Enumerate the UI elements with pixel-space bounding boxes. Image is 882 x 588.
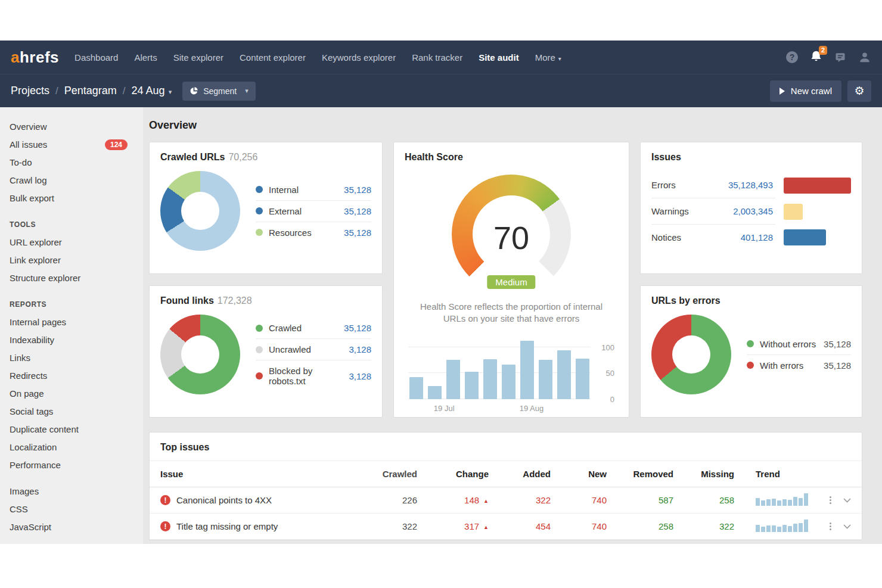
legend-dot [256,346,263,353]
page-title: Overview [149,119,862,132]
issues-row-notices: Notices 401,128 [651,225,851,250]
issues-row-warnings: Warnings 2,003,345 [651,198,851,225]
kebab-menu-icon[interactable] [828,521,833,531]
resources-count-link[interactable]: 35,128 [344,228,371,238]
sidebar-item-all-issues[interactable]: All issues124 [0,136,143,154]
crawled-count-link[interactable]: 35,128 [344,323,371,333]
column-header-missing[interactable]: Missing [673,469,734,479]
feedback-icon[interactable] [834,51,846,63]
sidebar-item-overview[interactable]: Overview [0,118,143,136]
y-tick-50: 50 [606,369,614,378]
chevron-down-icon: ▾ [169,88,172,95]
top-issues-header-row: Issue Crawled Change Added New Removed M… [150,461,862,487]
expand-chevron-icon[interactable] [843,498,851,503]
issues-list: Errors 35,128,493 Warnings 2,003,345 [651,172,851,250]
external-count-link[interactable]: 35,128 [344,206,371,216]
uncrawled-count-link[interactable]: 3,128 [349,344,371,354]
nav-item-rank-tracker[interactable]: Rank tracker [412,52,462,63]
warnings-bar [784,204,803,220]
column-header-added[interactable]: Added [489,469,551,479]
column-header-crawled[interactable]: Crawled [355,469,417,479]
user-account-icon[interactable] [858,51,871,64]
nav-item-site-explorer[interactable]: Site explorer [173,52,223,63]
legend-item-resources: Resources 35,128 [256,222,371,243]
urls-by-errors-title: URLs by errors [651,295,851,306]
ahrefs-site-audit-app: ahrefs Dashboard Alerts Site explorer Co… [0,41,882,544]
breadcrumb-projects[interactable]: Projects [11,85,49,97]
sidebar-item-link-explorer[interactable]: Link explorer [0,251,143,269]
sidebar-item-indexability[interactable]: Indexability [0,331,143,349]
column-header-issue[interactable]: Issue [160,469,355,479]
crawl-actions: New crawl ⚙ [770,80,871,102]
warnings-count-link[interactable]: 2,003,345 [700,206,775,216]
breadcrumb-separator: / [55,85,58,97]
sidebar-item-url-explorer[interactable]: URL explorer [0,234,143,251]
sidebar-item-css[interactable]: CSS [0,500,143,518]
logo-a: a [11,48,20,66]
column-header-new[interactable]: New [551,469,607,479]
nav-item-dashboard[interactable]: Dashboard [74,52,118,63]
nav-item-site-audit[interactable]: Site audit [479,52,519,63]
y-tick-0: 0 [610,394,614,403]
health-score-rating-badge: Medium [487,275,535,289]
primary-nav: Dashboard Alerts Site explorer Content e… [74,52,561,63]
internal-count-link[interactable]: 35,128 [344,185,371,195]
found-links-total: 172,328 [218,295,252,306]
play-icon [779,88,785,95]
change-cell: 148▲ [417,495,489,505]
health-score-title: Health Score [405,152,618,163]
without-errors-count: 35,128 [824,339,851,349]
segment-dropdown-button[interactable]: Segment ▾ [182,82,256,101]
health-score-value: 70 [493,219,529,256]
missing-cell: 258 [673,495,734,505]
top-issues-title: Top issues [150,433,862,461]
notices-count-link[interactable]: 401,128 [700,232,775,242]
help-icon[interactable]: ? [786,51,798,63]
kebab-menu-icon[interactable] [828,495,833,505]
ahrefs-logo[interactable]: ahrefs [11,48,59,67]
error-severity-icon: ! [160,521,170,531]
crawled-cell: 322 [355,521,417,531]
sidebar-item-performance[interactable]: Performance [0,456,143,474]
notifications-bell-icon[interactable]: 2 [810,50,822,65]
settings-button[interactable]: ⚙ [847,80,871,102]
errors-bar [784,178,851,194]
column-header-change[interactable]: Change [417,469,489,479]
blocked-count-link[interactable]: 3,128 [349,371,371,381]
nav-item-more[interactable]: More▾ [535,52,561,63]
column-header-removed[interactable]: Removed [607,469,673,479]
legend-item-blocked: Blocked by robots.txt 3,128 [256,360,371,391]
issue-link[interactable]: Canonical points to 4XX [176,495,272,505]
added-cell: 454 [489,521,551,531]
nav-item-keywords-explorer[interactable]: Keywords explorer [322,52,396,63]
sidebar-item-duplicate-content[interactable]: Duplicate content [0,421,143,438]
sidebar-item-internal-pages[interactable]: Internal pages [0,313,143,331]
sidebar-item-redirects[interactable]: Redirects [0,367,143,385]
sidebar-item-structure-explorer[interactable]: Structure explorer [0,269,143,287]
legend-dot [747,362,754,369]
logo-rest: hrefs [20,48,59,66]
notification-count-badge: 2 [819,46,827,55]
sidebar-item-localization[interactable]: Localization [0,438,143,456]
nav-item-content-explorer[interactable]: Content explorer [240,52,306,63]
sidebar-item-to-do[interactable]: To-do [0,154,143,172]
breadcrumb-project-name[interactable]: Pentagram [64,85,117,97]
issue-link[interactable]: Title tag missing or empty [176,521,278,531]
errors-count-link[interactable]: 35,128,493 [700,180,775,190]
sidebar-item-javascript[interactable]: JavaScript [0,518,143,536]
sidebar-item-bulk-export[interactable]: Bulk export [0,189,143,207]
nav-item-alerts[interactable]: Alerts [134,52,157,63]
added-cell: 322 [489,495,551,505]
new-crawl-button[interactable]: New crawl [770,80,841,102]
sidebar-item-on-page[interactable]: On page [0,385,143,403]
sidebar-item-images[interactable]: Images [0,483,143,500]
crawl-date-dropdown[interactable]: 24 Aug▾ [132,85,172,97]
health-score-card: Health Score 70 Medium Health Score refl… [393,142,629,418]
sidebar-item-crawl-log[interactable]: Crawl log [0,172,143,189]
crawled-cell: 226 [355,495,417,505]
sidebar-item-social-tags[interactable]: Social tags [0,403,143,421]
column-header-trend: Trend [734,469,814,479]
sidebar-item-links[interactable]: Links [0,349,143,367]
change-cell: 317▲ [417,521,489,531]
expand-chevron-icon[interactable] [843,524,851,529]
